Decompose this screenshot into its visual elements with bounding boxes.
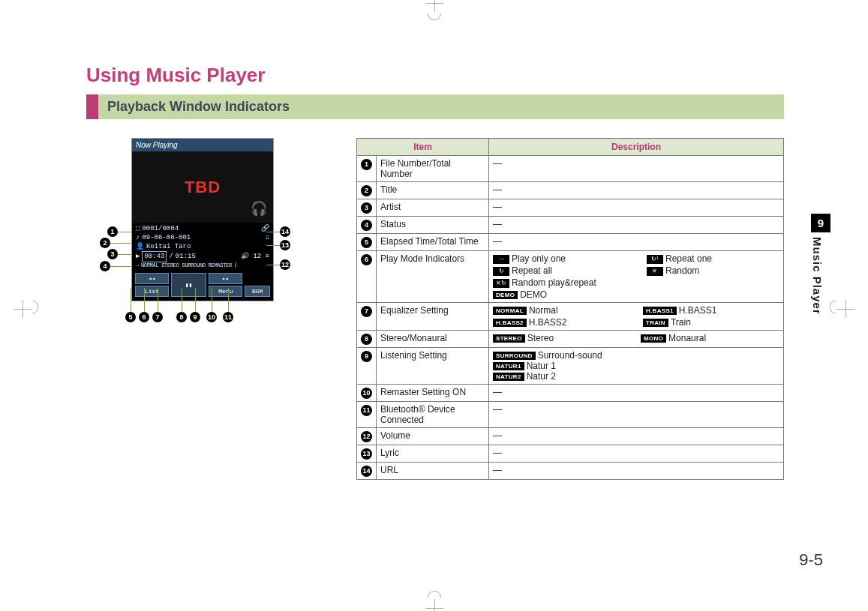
table-row: 2Title― xyxy=(357,182,784,199)
pause-button: ▮▮ xyxy=(171,273,206,297)
total-time: 01:15 xyxy=(176,252,196,261)
section-heading: Playback Window Indicators xyxy=(86,94,784,119)
row-desc: ― xyxy=(489,182,784,199)
chapter-tab: 9 Music Player xyxy=(811,214,830,315)
row-desc: ― xyxy=(489,234,784,251)
row-item: Stereo/Monaural xyxy=(377,331,489,348)
row-item: Elapsed Time/Total Time xyxy=(377,234,489,251)
album-art-area: TBD 🎧 xyxy=(132,151,273,223)
crop-mark xyxy=(836,300,854,318)
crop-mark xyxy=(32,301,39,314)
callout-8: 8 xyxy=(176,312,187,322)
row-number: 11 xyxy=(357,402,377,428)
callout-7: 7 xyxy=(152,312,163,322)
table-row: 10Remaster Setting ON― xyxy=(357,385,784,402)
row-item: Volume xyxy=(377,428,489,445)
table-row: 1File Number/Total Number― xyxy=(357,156,784,182)
crop-mark xyxy=(425,0,443,12)
chapter-label: Music Player xyxy=(811,237,824,315)
row-desc: ― xyxy=(489,402,784,428)
callout-12: 12 xyxy=(280,259,290,270)
row-item: Bluetooth® Device Connected xyxy=(377,402,489,428)
prev-button: ◂◂ xyxy=(135,273,169,284)
indicators-table: Item Description 1File Number/Total Numb… xyxy=(356,138,784,480)
tbd-label: TBD xyxy=(185,178,221,197)
indicator-line: NORMAL STEREO SURROUND REMASTER xyxy=(141,262,232,269)
crop-mark xyxy=(14,300,32,318)
row-number: 9 xyxy=(357,348,377,385)
list-button: List xyxy=(135,286,169,297)
table-row: 14URL― xyxy=(357,463,784,480)
th-item: Item xyxy=(357,139,489,156)
row-number: 6 xyxy=(357,251,377,303)
callout-9: 9 xyxy=(190,312,200,322)
headphone-icon: 🎧 xyxy=(251,200,267,217)
row-desc: SURROUNDSurround-soundNATUR1Natur 1NATUR… xyxy=(489,348,784,385)
row-number: 12 xyxy=(357,428,377,445)
table-row: 7Equalizer SettingNORMALNormalH.BASS1H.B… xyxy=(357,303,784,331)
table-row: 12Volume― xyxy=(357,428,784,445)
callout-11: 11 xyxy=(223,312,233,322)
phone-header: Now Playing xyxy=(132,139,273,151)
row-desc: ― xyxy=(489,156,784,182)
row-item: Play Mode Indicators xyxy=(377,251,489,303)
row-desc: →Play only one↻¹Repeat one↻Repeat all✕Ra… xyxy=(489,251,784,303)
track-title: 09-06-06-001 xyxy=(142,233,191,242)
row-desc: ― xyxy=(489,428,784,445)
next-button: ▸▸ xyxy=(209,273,242,284)
callout-4: 4 xyxy=(100,261,110,271)
table-row: 4Status― xyxy=(357,217,784,234)
th-desc: Description xyxy=(489,139,784,156)
row-desc: ― xyxy=(489,445,784,463)
callout-10: 10 xyxy=(206,312,217,322)
row-number: 13 xyxy=(357,445,377,463)
row-number: 8 xyxy=(357,331,377,348)
phone-diagram: Now Playing TBD 🎧 ⬚ 0001/0004🔗 ♪ 09-06-0… xyxy=(86,138,334,480)
row-item: Listening Setting xyxy=(377,348,489,385)
callout-14: 14 xyxy=(280,226,290,237)
table-row: 3Artist― xyxy=(357,199,784,217)
section-accent xyxy=(86,94,98,119)
page-number: 9-5 xyxy=(799,550,823,570)
page-content: Using Music Player Playback Window Indic… xyxy=(86,64,784,480)
table-row: 8Stereo/MonauralSTEREOStereoMONOMonaural xyxy=(357,331,784,348)
crop-mark xyxy=(425,599,443,611)
row-desc: ― xyxy=(489,463,784,480)
table-row: 5Elapsed Time/Total Time― xyxy=(357,234,784,251)
callout-1: 1 xyxy=(107,226,118,237)
callout-6: 6 xyxy=(139,312,149,322)
row-desc: ― xyxy=(489,199,784,217)
row-item: Status xyxy=(377,217,489,234)
phone-info: ⬚ 0001/0004🔗 ♪ 09-06-06-001♫ 👤 Keitai Ta… xyxy=(132,223,273,271)
phone-controls: ◂◂ List ▮▮ ▸▸ Menu BGM xyxy=(132,271,273,301)
row-number: 4 xyxy=(357,217,377,234)
indicators-table-wrap: Item Description 1File Number/Total Numb… xyxy=(356,138,784,480)
volume-value: 12 xyxy=(253,253,261,260)
row-item: Lyric xyxy=(377,445,489,463)
file-counter: 0001/0004 xyxy=(142,224,179,233)
row-item: Artist xyxy=(377,199,489,217)
row-item: Remaster Setting ON xyxy=(377,385,489,402)
row-item: URL xyxy=(377,463,489,480)
row-number: 3 xyxy=(357,199,377,217)
bgm-button: BGM xyxy=(245,286,270,297)
callout-3: 3 xyxy=(107,249,118,259)
artist-name: Keitai Taro xyxy=(146,242,191,251)
page-title: Using Music Player xyxy=(86,64,784,87)
callout-13: 13 xyxy=(280,240,290,250)
table-row: 13Lyric― xyxy=(357,445,784,463)
table-row: 9Listening SettingSURROUNDSurround-sound… xyxy=(357,348,784,385)
row-number: 5 xyxy=(357,234,377,251)
row-number: 7 xyxy=(357,303,377,331)
callout-5: 5 xyxy=(125,312,136,322)
row-desc: ― xyxy=(489,217,784,234)
row-number: 14 xyxy=(357,463,377,480)
row-item: File Number/Total Number xyxy=(377,156,489,182)
table-row: 6Play Mode Indicators→Play only one↻¹Rep… xyxy=(357,251,784,303)
section-label: Playback Window Indicators xyxy=(98,94,784,119)
row-item: Title xyxy=(377,182,489,199)
row-item: Equalizer Setting xyxy=(377,303,489,331)
elapsed-time: 00:43 xyxy=(144,253,164,260)
phone-mock: Now Playing TBD 🎧 ⬚ 0001/0004🔗 ♪ 09-06-0… xyxy=(131,138,274,301)
table-row: 11Bluetooth® Device Connected― xyxy=(357,402,784,428)
